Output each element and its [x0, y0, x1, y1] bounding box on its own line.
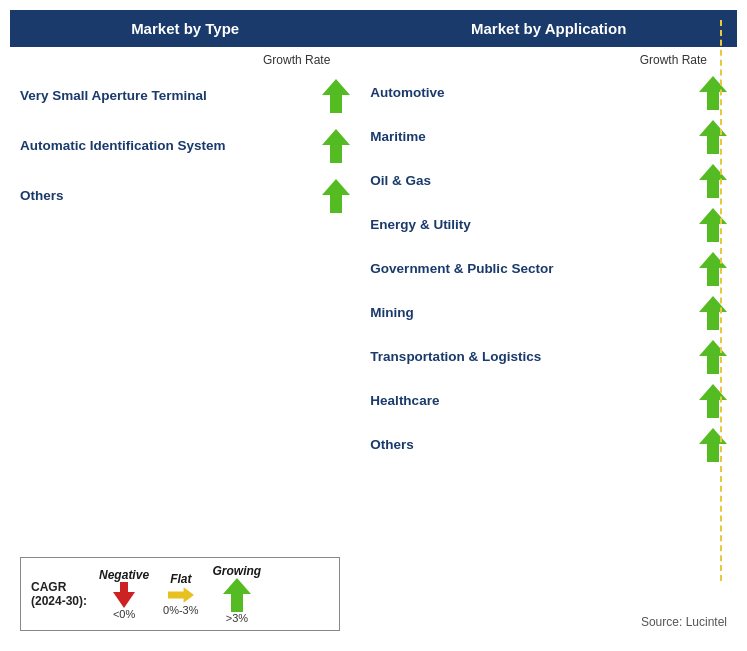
left-item-row: Others [10, 171, 360, 221]
yellow-right-arrow-icon [168, 586, 194, 604]
svg-marker-5 [223, 578, 251, 612]
right-item-row: Others [360, 423, 737, 467]
svg-marker-8 [699, 164, 727, 198]
svg-marker-13 [699, 384, 727, 418]
right-items-list: Automotive Maritime Oil & Gas Energy & U… [360, 71, 737, 641]
green-up-arrow-icon [699, 384, 727, 418]
right-item-label: Healthcare [370, 392, 699, 410]
right-growth-rate-label: Growth Rate [360, 53, 737, 67]
svg-marker-4 [168, 587, 194, 603]
main-container: Market by Type Growth Rate Very Small Ap… [0, 0, 747, 651]
right-item-label: Energy & Utility [370, 216, 699, 234]
left-item-label: Automatic Identification System [20, 137, 322, 155]
svg-marker-10 [699, 252, 727, 286]
svg-marker-11 [699, 296, 727, 330]
red-down-arrow-icon [113, 582, 135, 608]
right-item-row: Transportation & Logistics [360, 335, 737, 379]
left-items-list: Very Small Aperture Terminal Automatic I… [10, 71, 360, 641]
right-panel-header: Market by Application [360, 10, 737, 47]
left-item-row: Very Small Aperture Terminal [10, 71, 360, 121]
growing-sub: >3% [226, 612, 248, 624]
right-item-label: Transportation & Logistics [370, 348, 699, 366]
right-item-label: Automotive [370, 84, 699, 102]
flat-label: Flat [170, 572, 191, 586]
legend-box: CAGR(2024-30): Negative <0% Flat 0%-3% G… [20, 557, 340, 631]
svg-marker-0 [322, 79, 350, 113]
svg-marker-7 [699, 120, 727, 154]
green-up-arrow-icon [322, 129, 350, 163]
legend-cagr-label: CAGR(2024-30): [31, 580, 87, 608]
right-item-row: Government & Public Sector [360, 247, 737, 291]
svg-marker-9 [699, 208, 727, 242]
legend-growing: Growing >3% [213, 564, 262, 624]
right-item-row: Energy & Utility [360, 203, 737, 247]
right-item-row: Maritime [360, 115, 737, 159]
svg-marker-2 [322, 179, 350, 213]
right-item-row: Healthcare [360, 379, 737, 423]
green-up-arrow-icon [699, 252, 727, 286]
left-panel: Market by Type Growth Rate Very Small Ap… [10, 10, 360, 641]
negative-sub: <0% [113, 608, 135, 620]
right-item-label: Government & Public Sector [370, 260, 699, 278]
growing-label: Growing [213, 564, 262, 578]
right-item-row: Mining [360, 291, 737, 335]
green-up-arrow-icon [699, 76, 727, 110]
svg-marker-6 [699, 76, 727, 110]
green-up-arrow-icon [322, 79, 350, 113]
svg-marker-3 [113, 582, 135, 608]
legend-flat: Flat 0%-3% [163, 572, 198, 616]
right-panel: Market by Application Growth Rate Automo… [360, 10, 737, 641]
green-up-arrow-icon [699, 296, 727, 330]
source-text: Source: Lucintel [641, 615, 727, 629]
right-item-label: Oil & Gas [370, 172, 699, 190]
right-item-label: Maritime [370, 128, 699, 146]
right-item-label: Mining [370, 304, 699, 322]
left-growth-rate-label: Growth Rate [10, 53, 360, 67]
legend-negative: Negative <0% [99, 568, 149, 620]
green-up-arrow-icon [699, 120, 727, 154]
negative-label: Negative [99, 568, 149, 582]
green-up-arrow-icon-legend [223, 578, 251, 612]
green-up-arrow-icon [699, 208, 727, 242]
green-up-arrow-icon [699, 428, 727, 462]
vertical-divider [720, 20, 722, 581]
left-item-label: Others [20, 187, 322, 205]
svg-marker-1 [322, 129, 350, 163]
right-item-row: Oil & Gas [360, 159, 737, 203]
green-up-arrow-icon [322, 179, 350, 213]
left-item-row: Automatic Identification System [10, 121, 360, 171]
right-item-row: Automotive [360, 71, 737, 115]
green-up-arrow-icon [699, 164, 727, 198]
green-up-arrow-icon [699, 340, 727, 374]
svg-marker-12 [699, 340, 727, 374]
right-item-label: Others [370, 436, 699, 454]
svg-marker-14 [699, 428, 727, 462]
left-item-label: Very Small Aperture Terminal [20, 87, 322, 105]
left-panel-header: Market by Type [10, 10, 360, 47]
flat-sub: 0%-3% [163, 604, 198, 616]
